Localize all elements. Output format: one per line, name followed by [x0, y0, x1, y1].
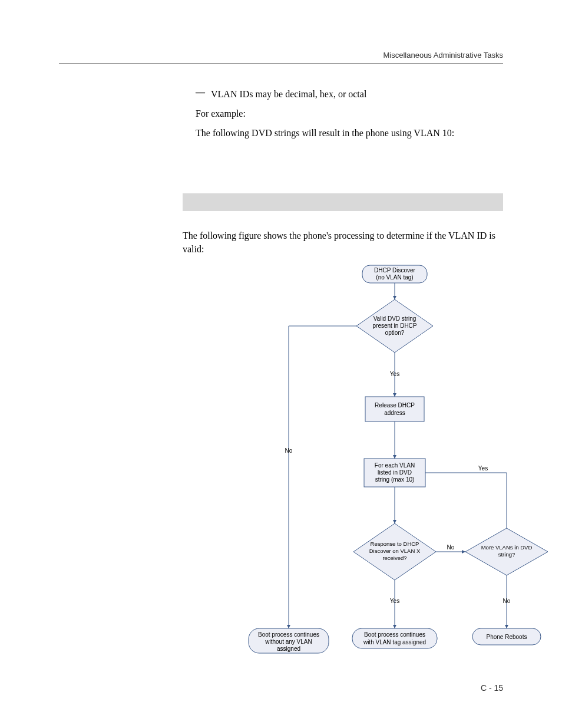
svg-text:(no VLAN tag): (no VLAN tag): [376, 274, 413, 281]
edge-label-yes: Yes: [390, 371, 399, 377]
node-phone-reboots: Phone Reboots: [472, 628, 541, 645]
node-more-vlans-decision: More VLANs in DVD string?: [465, 528, 548, 575]
node-release-dhcp: Release DHCP address: [365, 397, 424, 421]
paragraph-forexample: For example:: [196, 107, 503, 120]
paragraph-dvd: The following DVD strings will result in…: [196, 126, 503, 140]
edge-label-yes-2: Yes: [390, 598, 399, 604]
node-valid-dvd-decision: Valid DVD string present in DHCP option?: [356, 299, 433, 353]
svg-text:present in DHCP: present in DHCP: [372, 322, 416, 329]
svg-text:Boot process continues: Boot process continues: [258, 631, 319, 638]
edge-label-yes-3: Yes: [478, 465, 488, 472]
svg-text:DHCP Discover: DHCP Discover: [374, 267, 415, 274]
svg-text:received?: received?: [382, 555, 406, 561]
svg-text:Discover on VLAN X: Discover on VLAN X: [369, 548, 421, 554]
running-header: Miscellaneous Administrative Tasks: [59, 51, 503, 60]
svg-text:listed in DVD: listed in DVD: [378, 469, 412, 476]
flowchart: DHCP Discover (no VLAN tag) Valid DVD st…: [200, 264, 562, 659]
svg-text:For each VLAN: For each VLAN: [375, 462, 415, 469]
node-response-decision: Response to DHCP Discover on VLAN X rece…: [353, 523, 436, 580]
svg-text:address: address: [384, 410, 405, 416]
svg-text:Boot process continues: Boot process continues: [364, 631, 425, 638]
svg-text:with VLAN tag assigned: with VLAN tag assigned: [363, 639, 426, 645]
svg-text:More VLANs in DVD: More VLANs in DVD: [481, 544, 533, 551]
node-boot-no-vlan: Boot process continues without any VLAN …: [249, 628, 329, 653]
flowchart-svg: DHCP Discover (no VLAN tag) Valid DVD st…: [200, 264, 562, 659]
bullet-text: VLAN IDs may be decimal, hex, or octal: [211, 87, 366, 101]
gray-note-bar: [183, 193, 503, 211]
svg-text:Response to DHCP: Response to DHCP: [371, 541, 419, 547]
page-number: C - 15: [481, 683, 503, 693]
svg-text:Valid DVD string: Valid DVD string: [373, 315, 416, 322]
figure-caption: The following figure shows the phone's p…: [183, 229, 503, 256]
bullet-item: — VLAN IDs may be decimal, hex, or octal: [196, 87, 503, 101]
node-boot-with-vlan: Boot process continues with VLAN tag ass…: [352, 628, 437, 648]
svg-text:Release DHCP: Release DHCP: [375, 402, 415, 409]
svg-text:string?: string?: [498, 551, 515, 558]
edge-label-no-3: No: [285, 447, 293, 454]
svg-text:Phone Reboots: Phone Reboots: [487, 634, 527, 640]
svg-text:option?: option?: [385, 330, 405, 336]
svg-text:without any VLAN: without any VLAN: [265, 638, 312, 645]
dash-icon: —: [196, 87, 211, 98]
svg-rect-10: [365, 397, 424, 421]
node-foreach-vlan: For each VLAN listed in DVD string (max …: [364, 459, 425, 487]
node-dhcp-discover: DHCP Discover (no VLAN tag): [362, 265, 427, 283]
edge-label-no-2: No: [503, 598, 511, 604]
svg-text:assigned: assigned: [277, 645, 300, 652]
header-rule: [59, 63, 503, 64]
edge-label-no: No: [447, 544, 455, 551]
svg-text:string (max 10): string (max 10): [375, 476, 415, 483]
